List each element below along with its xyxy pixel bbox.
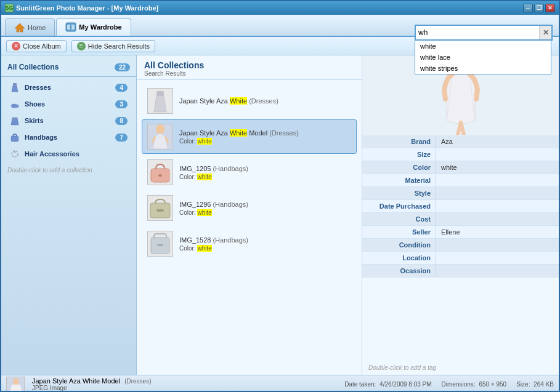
hide-search-label: Hide Search Results (88, 42, 150, 50)
tab-wardrobe-label: My Wardrobe (79, 23, 121, 31)
shoes-icon (10, 99, 20, 109)
window-controls: ─ ❐ ✕ (523, 4, 555, 12)
sidebar-item-hair[interactable]: Hair Accessories (4, 146, 134, 162)
content-title: All Collections (144, 60, 354, 70)
close-album-label: Close Album (23, 42, 61, 50)
sidebar-item-handbags[interactable]: Handbags 7 (4, 129, 134, 145)
prop-row-seller: Seller Ellene (362, 226, 559, 239)
item-name: Japan Style Aza White (Dresses) (179, 97, 351, 105)
prop-value-ocassion (436, 265, 559, 277)
list-item[interactable]: Japan Style Aza White Model (Dresses) Co… (142, 119, 357, 154)
status-details: Date taken: 4/26/2009 8:03 PM Dimensions… (344, 381, 554, 388)
svg-rect-2 (67, 25, 70, 30)
skirts-count: 8 (115, 117, 128, 125)
prop-value-date (436, 200, 559, 212)
svg-rect-3 (71, 25, 75, 30)
prop-label-location: Location (362, 252, 436, 264)
prop-row-ocassion: Ocassion (362, 265, 559, 278)
svg-point-22 (158, 174, 162, 177)
status-info: Japan Style Aza White Model (Dresses) JP… (32, 377, 151, 391)
list-item[interactable]: Japan Style Aza White (Dresses) (142, 84, 357, 118)
svg-rect-8 (12, 118, 17, 119)
restore-button[interactable]: ❐ (534, 4, 544, 12)
title-bar: SG SunlitGreen Photo Manager - [My Wardr… (1, 1, 559, 15)
prop-row-style: Style (362, 187, 559, 200)
item-thumbnail (147, 88, 173, 114)
prop-value-condition (436, 239, 559, 251)
properties-table: Brand Aza Size Color white Material Styl… (362, 135, 559, 361)
search-option-white-lace[interactable]: white lace (415, 52, 551, 63)
prop-row-size: Size (362, 148, 559, 161)
status-name: Japan Style Aza White Model (Dresses) (32, 377, 151, 385)
svg-point-4 (70, 26, 71, 28)
handbags-count: 7 (115, 134, 128, 142)
main-layout: All Collections 22 Dresses 4 (1, 55, 559, 375)
item-thumbnail (147, 159, 173, 185)
item-list: Japan Style Aza White (Dresses) (137, 80, 362, 265)
svg-rect-25 (156, 209, 164, 212)
skirts-label: Skirts (25, 117, 110, 124)
item-thumbnail (147, 124, 173, 150)
tab-home[interactable]: Home (5, 18, 55, 36)
search-box-wrapper: ✕ (415, 25, 553, 41)
prop-label-cost: Cost (362, 213, 436, 225)
prop-row-color: Color white (362, 161, 559, 174)
content-header: All Collections Search Results (137, 55, 362, 80)
prop-label-style: Style (362, 187, 436, 199)
svg-marker-0 (15, 23, 25, 32)
prop-label-date: Date Purchased (362, 200, 436, 212)
shoes-label: Shoes (25, 100, 110, 108)
sidebar-title: All Collections (7, 63, 59, 71)
search-option-white-stripes[interactable]: white stripes (415, 63, 551, 74)
prop-value-material (436, 174, 559, 186)
svg-rect-9 (11, 136, 18, 142)
prop-value-style (436, 187, 559, 199)
sidebar-total-count: 22 (115, 63, 130, 71)
hide-search-icon: ≡ (77, 42, 86, 50)
svg-rect-6 (13, 83, 17, 86)
hide-search-button[interactable]: ≡ Hide Search Results (71, 40, 155, 52)
item-info: Japan Style Aza White (Dresses) (179, 97, 351, 105)
status-thumbnail (6, 377, 25, 393)
sidebar-item-dresses[interactable]: Dresses 4 (4, 79, 134, 95)
prop-label-brand: Brand (362, 135, 436, 148)
handbags-label: Handbags (25, 134, 110, 141)
status-bar: Japan Style Aza White Model (Dresses) JP… (1, 375, 559, 392)
list-item[interactable]: IMG_1296 (Handbags) Color: white (142, 191, 357, 225)
shoes-count: 3 (115, 100, 128, 108)
search-option-white[interactable]: white (415, 41, 551, 52)
close-album-button[interactable]: ✕ Close Album (6, 40, 67, 52)
status-size: Size: 264 KB (516, 381, 554, 388)
item-info: IMG_1296 (Handbags) Color: white (179, 201, 351, 216)
item-info: Japan Style Aza White Model (Dresses) Co… (179, 129, 351, 145)
item-color: Color: white (179, 245, 351, 252)
prop-value-color: white (436, 161, 559, 174)
list-item[interactable]: IMG_1528 (Handbags) Color: white (142, 226, 357, 261)
prop-value-seller: Ellene (436, 226, 559, 238)
prop-label-condition: Condition (362, 239, 436, 251)
svg-rect-14 (156, 91, 164, 96)
item-color: Color: white (179, 138, 351, 145)
prop-row-date: Date Purchased (362, 200, 559, 213)
sidebar-item-shoes[interactable]: Shoes 3 (4, 96, 134, 112)
status-item-name: Japan Style Aza White Model (32, 377, 120, 385)
hair-label: Hair Accessories (25, 150, 128, 158)
search-input[interactable] (416, 26, 539, 39)
nav-bar: Home My Wardrobe ✕ white white lace whit… (1, 15, 559, 37)
tab-home-label: Home (28, 24, 46, 31)
content-area: All Collections Search Results (137, 55, 362, 375)
search-clear-button[interactable]: ✕ (539, 26, 551, 39)
window-title: SunlitGreen Photo Manager - [My Wardrobe… (16, 4, 158, 12)
handbags-icon (10, 132, 20, 142)
status-date-taken: Date taken: 4/26/2009 8:03 PM (344, 381, 431, 388)
sidebar-item-skirts[interactable]: Skirts 8 (4, 113, 134, 129)
list-item[interactable]: IMG_1205 (Handbags) Color: white (142, 155, 357, 190)
prop-value-cost (436, 213, 559, 225)
item-thumbnail (147, 195, 173, 221)
close-album-icon: ✕ (12, 42, 20, 50)
minimize-button[interactable]: ─ (523, 4, 533, 12)
prop-value-location (436, 252, 559, 264)
hair-icon (10, 149, 20, 159)
close-button[interactable]: ✕ (545, 4, 555, 12)
tab-wardrobe[interactable]: My Wardrobe (56, 18, 131, 36)
